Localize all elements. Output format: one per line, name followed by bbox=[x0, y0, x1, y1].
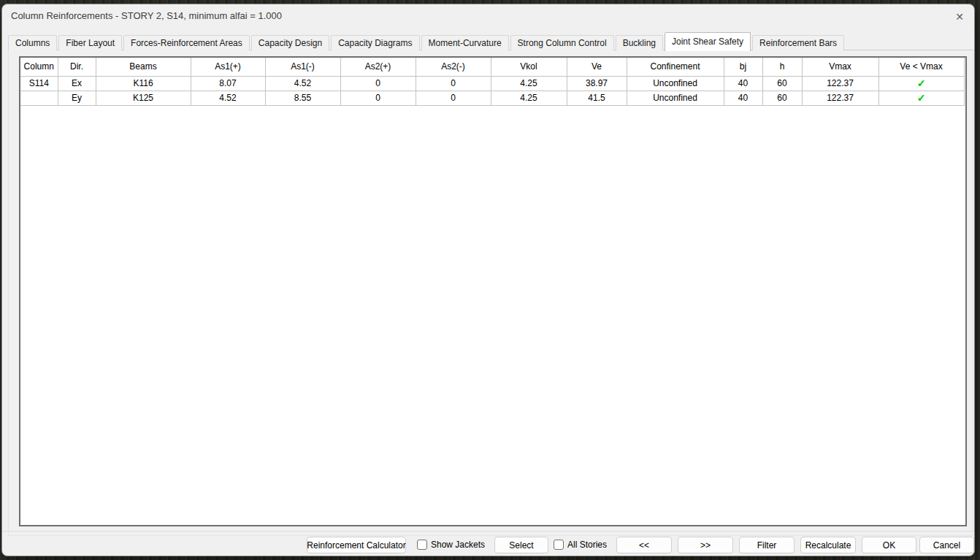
previous-column-button[interactable]: << bbox=[616, 537, 672, 553]
table-cell: 4.25 bbox=[491, 91, 567, 105]
table-cell: Ey bbox=[58, 91, 96, 105]
tab-columns[interactable]: Columns bbox=[8, 35, 57, 50]
dialog-title: Column Reinforcements - STORY 2, S14, mi… bbox=[11, 10, 282, 21]
next-column-button[interactable]: >> bbox=[678, 537, 733, 553]
column-header: Column bbox=[20, 58, 58, 76]
column-header: As2(-) bbox=[416, 58, 491, 76]
row-filler bbox=[964, 91, 965, 105]
table-cell: Unconfined bbox=[627, 76, 724, 91]
table-cell: 122.37 bbox=[802, 76, 878, 91]
column-header: Dir. bbox=[58, 58, 96, 76]
joint-shear-table: ColumnDir.BeamsAs1(+)As1(-)As2(+)As2(-)V… bbox=[20, 58, 965, 106]
tab-reinforcement-bars[interactable]: Reinforcement Bars bbox=[752, 35, 844, 50]
column-header: bj bbox=[724, 58, 762, 76]
table-cell: 4.52 bbox=[191, 91, 265, 105]
column-reinforcements-dialog: Column Reinforcements - STORY 2, S14, mi… bbox=[1, 4, 975, 556]
dialog-titlebar[interactable]: Column Reinforcements - STORY 2, S14, mi… bbox=[2, 4, 974, 29]
table-cell: 60 bbox=[762, 91, 802, 105]
table-cell: 0 bbox=[416, 91, 491, 105]
table-row[interactable]: S114ExK1168.074.52004.2538.97Unconfined4… bbox=[20, 76, 965, 91]
tab-page-joint-shear-safety: ColumnDir.BeamsAs1(+)As1(-)As2(+)As2(-)V… bbox=[8, 50, 973, 536]
filter-button[interactable]: Filter bbox=[739, 537, 795, 553]
header-row: ColumnDir.BeamsAs1(+)As1(-)As2(+)As2(-)V… bbox=[20, 58, 965, 76]
tab-buckling[interactable]: Buckling bbox=[616, 35, 663, 50]
cancel-button[interactable]: Cancel bbox=[919, 537, 974, 553]
table-cell: 0 bbox=[340, 91, 416, 105]
table-cell: 0 bbox=[340, 76, 416, 91]
table-cell: K125 bbox=[96, 91, 191, 105]
column-header: As1(-) bbox=[265, 58, 340, 76]
tab-moment-curvature[interactable]: Moment-Curvature bbox=[421, 35, 509, 50]
table-cell: 4.52 bbox=[265, 76, 340, 91]
column-header: Vkol bbox=[491, 58, 567, 76]
table-cell: 60 bbox=[762, 76, 802, 91]
all-stories-checkbox-group[interactable]: All Stories bbox=[554, 540, 607, 550]
column-header: Beams bbox=[96, 58, 191, 76]
reinforcement-calculator-button[interactable]: Reinforcement Calculator bbox=[307, 537, 406, 553]
table-container: ColumnDir.BeamsAs1(+)As1(-)As2(+)As2(-)V… bbox=[19, 56, 967, 526]
tab-strong-column-control[interactable]: Strong Column Control bbox=[510, 35, 614, 50]
table-cell: K116 bbox=[96, 76, 191, 91]
tab-strip: ColumnsFiber LayoutForces-Reinforcement … bbox=[8, 31, 846, 50]
close-button[interactable]: ✕ bbox=[951, 8, 968, 26]
table-cell: S114 bbox=[20, 76, 58, 91]
recalculate-button[interactable]: Recalculate bbox=[800, 537, 856, 553]
table-cell: 8.07 bbox=[191, 76, 265, 91]
table-cell: 122.37 bbox=[802, 91, 878, 105]
select-button[interactable]: Select bbox=[494, 537, 548, 553]
table-cell: 38.97 bbox=[567, 76, 627, 91]
tab-capacity-design[interactable]: Capacity Design bbox=[251, 35, 329, 50]
column-header: Ve bbox=[567, 58, 627, 76]
tab-forces-reinforcement-areas[interactable]: Forces-Reinforcement Areas bbox=[123, 35, 250, 50]
column-header: As1(+) bbox=[191, 58, 265, 76]
show-jackets-label: Show Jackets bbox=[431, 540, 485, 550]
table-cell: ✓ bbox=[878, 91, 964, 105]
table-cell: 4.25 bbox=[491, 76, 567, 91]
table-cell: Ex bbox=[58, 76, 96, 91]
tab-capacity-diagrams[interactable]: Capacity Diagrams bbox=[331, 35, 419, 50]
column-header: Confinement bbox=[627, 58, 724, 76]
tab-fiber-layout[interactable]: Fiber Layout bbox=[58, 35, 122, 50]
table-row[interactable]: EyK1254.528.55004.2541.5Unconfined406012… bbox=[20, 91, 965, 105]
show-jackets-checkbox-group[interactable]: Show Jackets bbox=[417, 540, 485, 550]
table-cell: 0 bbox=[416, 76, 491, 91]
ok-button[interactable]: OK bbox=[862, 537, 916, 553]
footer-bar: Reinforcement Calculator Show Jackets Se… bbox=[2, 531, 974, 556]
close-icon: ✕ bbox=[955, 11, 964, 23]
table-cell: 41.5 bbox=[567, 91, 627, 105]
table-cell bbox=[20, 91, 58, 105]
table-cell: 40 bbox=[724, 91, 762, 105]
column-header: Vmax bbox=[802, 58, 878, 76]
show-jackets-checkbox[interactable] bbox=[417, 540, 427, 550]
table-cell: ✓ bbox=[878, 76, 964, 91]
table-cell: Unconfined bbox=[627, 91, 724, 105]
column-header: Ve < Vmax bbox=[878, 58, 964, 76]
tab-joint-shear-safety[interactable]: Joint Shear Safety bbox=[665, 32, 751, 51]
header-filler bbox=[964, 58, 965, 76]
check-icon: ✓ bbox=[917, 77, 926, 89]
table-body: S114ExK1168.074.52004.2538.97Unconfined4… bbox=[20, 76, 965, 105]
column-header: h bbox=[762, 58, 802, 76]
column-header: As2(+) bbox=[340, 58, 416, 76]
table-cell: 8.55 bbox=[265, 91, 340, 105]
all-stories-label: All Stories bbox=[567, 540, 607, 550]
check-icon: ✓ bbox=[917, 92, 926, 104]
all-stories-checkbox[interactable] bbox=[554, 540, 564, 550]
table-cell: 40 bbox=[724, 76, 762, 91]
row-filler bbox=[964, 76, 965, 91]
